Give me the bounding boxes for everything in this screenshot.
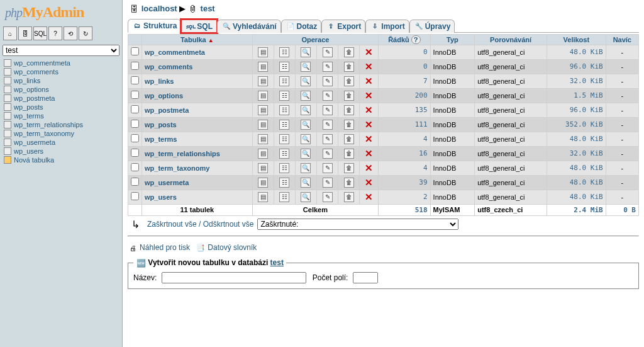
empty-icon[interactable]: 🗑 <box>344 62 354 72</box>
new-table-cols-input[interactable] <box>353 272 378 283</box>
search-icon[interactable]: 🔍 <box>301 62 311 72</box>
insert-icon[interactable]: ✎ <box>323 47 333 57</box>
structure-icon[interactable]: ☷ <box>279 192 289 202</box>
structure-icon[interactable]: ☷ <box>279 62 289 72</box>
structure-icon[interactable]: ☷ <box>279 91 289 101</box>
empty-icon[interactable]: 🗑 <box>344 163 354 173</box>
structure-icon[interactable]: ☷ <box>279 105 289 115</box>
structure-icon[interactable]: ☷ <box>279 120 289 130</box>
search-icon[interactable]: 🔍 <box>301 149 311 159</box>
structure-icon[interactable]: ☷ <box>279 76 289 86</box>
empty-icon[interactable]: 🗑 <box>344 120 354 130</box>
row-table-link[interactable]: wp_term_relationships <box>145 150 220 157</box>
search-icon[interactable]: 🔍 <box>301 91 311 101</box>
tree-new-table[interactable]: Nová tabulka <box>3 156 119 164</box>
browse-icon[interactable]: ▤ <box>258 47 268 57</box>
print-view-link[interactable]: Náhled pro tisk <box>140 243 190 252</box>
row-table-link[interactable]: wp_posts <box>145 121 177 128</box>
row-checkbox[interactable] <box>131 76 139 84</box>
drop-icon[interactable]: ✕ <box>365 61 373 72</box>
tab-export[interactable]: ⇪Export <box>321 20 365 33</box>
insert-icon[interactable]: ✎ <box>323 149 333 159</box>
empty-icon[interactable]: 🗑 <box>344 47 354 57</box>
search-icon[interactable]: 🔍 <box>301 163 311 173</box>
toolbar-btn-1[interactable]: 🗄 <box>18 26 32 40</box>
row-table-link[interactable]: wp_postmeta <box>145 106 189 114</box>
drop-icon[interactable]: ✕ <box>365 162 373 173</box>
row-table-link[interactable]: wp_comments <box>145 63 192 71</box>
browse-icon[interactable]: ▤ <box>258 163 268 173</box>
search-icon[interactable]: 🔍 <box>301 76 311 86</box>
drop-icon[interactable]: ✕ <box>365 191 373 202</box>
search-icon[interactable]: 🔍 <box>301 120 311 130</box>
search-icon[interactable]: 🔍 <box>301 105 311 115</box>
row-table-link[interactable]: wp_terms <box>145 135 177 143</box>
insert-icon[interactable]: ✎ <box>323 62 333 72</box>
tree-item[interactable]: wp_term_taxonomy <box>3 129 119 138</box>
tree-item[interactable]: wp_comments <box>3 67 119 76</box>
search-icon[interactable]: 🔍 <box>301 192 311 202</box>
col-rows[interactable]: Řádků ? <box>379 34 430 45</box>
structure-icon[interactable]: ☷ <box>279 47 289 57</box>
row-table-link[interactable]: wp_term_taxonomy <box>145 164 209 172</box>
structure-icon[interactable]: ☷ <box>279 134 289 144</box>
insert-icon[interactable]: ✎ <box>323 134 333 144</box>
tree-item[interactable]: wp_terms <box>3 111 119 120</box>
check-all-link[interactable]: Zaškrtnout vše / Odškrtnout vše <box>147 220 253 229</box>
insert-icon[interactable]: ✎ <box>323 163 333 173</box>
help-icon[interactable]: ? <box>411 35 421 44</box>
row-checkbox[interactable] <box>131 91 139 99</box>
tree-item[interactable]: wp_postmeta <box>3 94 119 103</box>
col-table[interactable]: Tabulka ▲ <box>142 34 253 45</box>
empty-icon[interactable]: 🗑 <box>344 178 354 188</box>
row-checkbox[interactable] <box>131 134 139 142</box>
tab-operations[interactable]: 🔧Úpravy <box>409 20 455 33</box>
structure-icon[interactable]: ☷ <box>279 149 289 159</box>
insert-icon[interactable]: ✎ <box>323 192 333 202</box>
drop-icon[interactable]: ✕ <box>365 76 373 86</box>
browse-icon[interactable]: ▤ <box>258 120 268 130</box>
row-table-link[interactable]: wp_options <box>145 92 183 100</box>
row-checkbox[interactable] <box>131 178 139 186</box>
search-icon[interactable]: 🔍 <box>301 178 311 188</box>
col-type[interactable]: Typ <box>430 34 475 45</box>
row-table-link[interactable]: wp_links <box>145 77 174 85</box>
search-icon[interactable]: 🔍 <box>301 47 311 57</box>
insert-icon[interactable]: ✎ <box>323 91 333 101</box>
data-dict-link[interactable]: Datový slovník <box>208 243 257 252</box>
row-checkbox[interactable] <box>131 120 139 128</box>
row-checkbox[interactable] <box>131 149 139 157</box>
drop-icon[interactable]: ✕ <box>365 134 373 144</box>
browse-icon[interactable]: ▤ <box>258 149 268 159</box>
insert-icon[interactable]: ✎ <box>323 120 333 130</box>
tab-import[interactable]: ⇩Import <box>365 20 409 33</box>
tree-item[interactable]: wp_links <box>3 76 119 85</box>
browse-icon[interactable]: ▤ <box>258 105 268 115</box>
browse-icon[interactable]: ▤ <box>258 91 268 101</box>
breadcrumb-server[interactable]: localhost <box>142 4 177 13</box>
toolbar-btn-5[interactable]: ↻ <box>79 26 92 40</box>
col-collation[interactable]: Porovnávání <box>475 34 547 45</box>
drop-icon[interactable]: ✕ <box>365 148 373 159</box>
toolbar-btn-4[interactable]: ⟲ <box>64 26 77 40</box>
tree-item[interactable]: wp_posts <box>3 103 119 111</box>
row-table-link[interactable]: wp_users <box>145 193 177 201</box>
toolbar-btn-0[interactable]: ⌂ <box>3 26 17 40</box>
tab-structure[interactable]: 🗂Struktura <box>128 19 181 33</box>
empty-icon[interactable]: 🗑 <box>344 149 354 159</box>
structure-icon[interactable]: ☷ <box>279 178 289 188</box>
tree-item[interactable]: wp_term_relationships <box>3 120 119 129</box>
drop-icon[interactable]: ✕ <box>365 119 373 130</box>
bulk-action-select[interactable]: Zaškrtnuté: <box>257 219 458 230</box>
row-checkbox[interactable] <box>131 163 139 171</box>
search-icon[interactable]: 🔍 <box>301 134 311 144</box>
tree-item[interactable]: wp_options <box>3 85 119 94</box>
empty-icon[interactable]: 🗑 <box>344 192 354 202</box>
drop-icon[interactable]: ✕ <box>365 90 373 101</box>
tab-sql[interactable]: 𝘴ǫʟSQL <box>181 20 217 33</box>
col-extra[interactable]: Navíc <box>606 34 638 45</box>
new-table-name-input[interactable] <box>162 272 306 283</box>
row-checkbox[interactable] <box>131 47 139 55</box>
insert-icon[interactable]: ✎ <box>323 76 333 86</box>
toolbar-btn-2[interactable]: SQL <box>33 26 47 40</box>
